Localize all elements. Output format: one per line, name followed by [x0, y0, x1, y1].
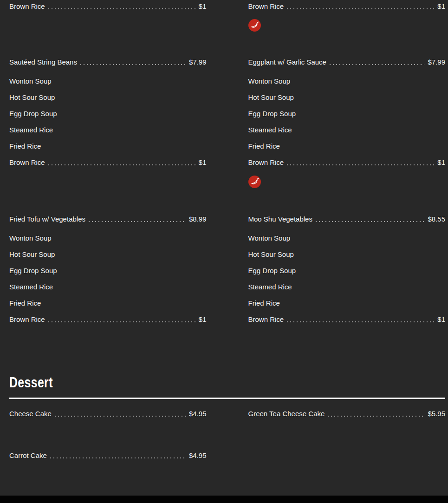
dotted-leader — [89, 221, 186, 222]
menu-item-name: Brown Rice — [9, 157, 45, 167]
dotted-leader — [50, 457, 186, 458]
dessert-empty-cell — [248, 451, 446, 460]
included-option: Fried Rice — [248, 141, 446, 151]
menu-item-row[interactable]: Moo Shu Vegetables $8.55 — [248, 214, 446, 224]
included-option: Steamed Rice — [9, 125, 207, 135]
entree-block-sauteed-string-beans: Sautéed String Beans $7.99 Wonton Soup H… — [9, 57, 207, 188]
dotted-leader — [328, 416, 424, 417]
included-option: Hot Sour Soup — [9, 92, 207, 102]
menu-item-row[interactable]: Sautéed String Beans $7.99 — [9, 57, 207, 67]
menu-item-row[interactable]: Carrot Cake $4.95 — [9, 451, 207, 460]
dessert-item-green-tea-cheese-cake: Green Tea Cheese Cake $5.95 — [248, 409, 446, 418]
included-option: Wonton Soup — [248, 76, 446, 86]
entree-block-fried-tofu-vegetables: Fried Tofu w/ Vegetables $8.99 Wonton So… — [9, 214, 207, 324]
dotted-leader — [287, 8, 434, 9]
menu-extra-row[interactable]: Brown Rice $1 — [248, 157, 446, 167]
menu-extra-row[interactable]: Brown Rice $1 — [9, 1, 207, 11]
menu-item-row[interactable]: Fried Tofu w/ Vegetables $8.99 — [9, 214, 207, 224]
included-option: Wonton Soup — [9, 233, 207, 243]
menu-item-name: Carrot Cake — [9, 451, 47, 460]
menu-item-name: Eggplant w/ Garlic Sauce — [248, 57, 326, 67]
menu-item-price: $5.95 — [428, 409, 445, 418]
included-option: Steamed Rice — [248, 282, 446, 292]
dotted-leader — [80, 64, 186, 65]
section-heading-dessert: Dessert — [9, 374, 358, 391]
dotted-leader — [55, 416, 186, 417]
menu-extra-row[interactable]: Brown Rice $1 — [9, 157, 207, 167]
dessert-section: Dessert Cheese Cake $4.95 Green Tea Chee… — [0, 374, 448, 460]
dotted-leader — [48, 321, 195, 322]
menu-item-price: $4.95 — [189, 409, 207, 418]
menu-item-price: $1 — [437, 157, 445, 167]
menu-item-row[interactable]: Cheese Cake $4.95 — [9, 409, 207, 418]
dessert-items-row-2: Carrot Cake $4.95 — [9, 451, 445, 460]
dotted-leader — [330, 64, 425, 65]
continued-items-row: Brown Rice $1 Brown Rice $1 — [0, 1, 448, 32]
entree-row-1: Sautéed String Beans $7.99 Wonton Soup H… — [0, 57, 448, 188]
dessert-item-cheese-cake: Cheese Cake $4.95 — [9, 409, 207, 418]
included-option: Hot Sour Soup — [248, 92, 446, 102]
menu-item-row[interactable]: Green Tea Cheese Cake $5.95 — [248, 409, 446, 418]
menu-item-name: Brown Rice — [9, 314, 45, 324]
included-option: Wonton Soup — [9, 76, 207, 86]
menu-item-price: $1 — [199, 314, 207, 324]
spicy-chili-pepper-icon — [248, 176, 261, 188]
menu-extra-row[interactable]: Brown Rice $1 — [248, 314, 446, 324]
included-option: Hot Sour Soup — [248, 249, 446, 259]
entree-row-2: Fried Tofu w/ Vegetables $8.99 Wonton So… — [0, 214, 448, 324]
menu-item-name: Fried Tofu w/ Vegetables — [9, 214, 85, 224]
included-option: Wonton Soup — [248, 233, 446, 243]
menu-item-name: Brown Rice — [248, 314, 284, 324]
menu-item-name: Brown Rice — [248, 157, 284, 167]
included-option: Hot Sour Soup — [9, 249, 207, 259]
included-option: Egg Drop Soup — [9, 266, 207, 275]
dessert-items-row-1: Cheese Cake $4.95 Green Tea Cheese Cake … — [9, 409, 445, 418]
menu-item-price: $8.99 — [189, 214, 207, 224]
menu-extra-row[interactable]: Brown Rice $1 — [248, 1, 446, 11]
menu-item-price: $1 — [199, 157, 207, 167]
menu-item-price: $4.95 — [189, 451, 207, 460]
dessert-item-carrot-cake: Carrot Cake $4.95 — [9, 451, 207, 460]
included-option: Steamed Rice — [9, 282, 207, 292]
menu-item-name: Moo Shu Vegetables — [248, 214, 312, 224]
dotted-leader — [287, 164, 434, 165]
included-option: Egg Drop Soup — [248, 109, 446, 118]
menu-item-name: Brown Rice — [248, 1, 284, 11]
dotted-leader — [48, 164, 195, 165]
menu-item-price: $7.99 — [428, 57, 445, 67]
continued-item-right: Brown Rice $1 — [248, 1, 446, 32]
footer-bar — [0, 496, 448, 503]
menu-item-name: Brown Rice — [9, 1, 45, 11]
menu-item-name: Green Tea Cheese Cake — [248, 409, 325, 418]
included-option: Steamed Rice — [248, 125, 446, 135]
menu-item-price: $1 — [437, 314, 445, 324]
section-divider — [9, 398, 445, 399]
menu-item-price: $7.99 — [189, 57, 207, 67]
entree-block-moo-shu-vegetables: Moo Shu Vegetables $8.55 Wonton Soup Hot… — [248, 214, 446, 324]
dotted-leader — [316, 221, 425, 222]
spicy-chili-pepper-icon — [248, 19, 261, 32]
entree-block-eggplant-garlic-sauce: Eggplant w/ Garlic Sauce $7.99 Wonton So… — [248, 57, 446, 188]
menu-item-row[interactable]: Eggplant w/ Garlic Sauce $7.99 — [248, 57, 446, 67]
included-option: Fried Rice — [9, 298, 207, 308]
included-option: Egg Drop Soup — [9, 109, 207, 118]
menu-item-name: Cheese Cake — [9, 409, 52, 418]
menu-item-name: Sautéed String Beans — [9, 57, 77, 67]
dotted-leader — [48, 8, 195, 9]
included-option: Egg Drop Soup — [248, 266, 446, 275]
included-option: Fried Rice — [9, 141, 207, 151]
menu-item-price: $8.55 — [428, 214, 445, 224]
menu-extra-row[interactable]: Brown Rice $1 — [9, 314, 207, 324]
included-option: Fried Rice — [248, 298, 446, 308]
menu-item-price: $1 — [199, 1, 207, 11]
dotted-leader — [287, 321, 434, 322]
menu-item-price: $1 — [437, 1, 445, 11]
continued-item-left: Brown Rice $1 — [9, 1, 207, 32]
